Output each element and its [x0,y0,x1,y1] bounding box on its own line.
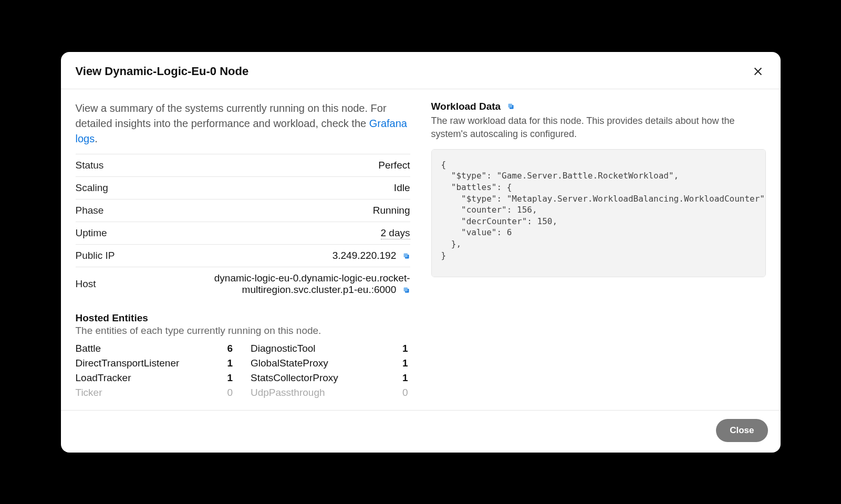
host-label: Host [76,267,123,301]
right-column: Workload Data The raw workload data for … [431,101,766,398]
summary-text: View a summary of the systems currently … [76,101,410,146]
copy-public-ip-button[interactable] [402,252,410,260]
entity-name: DirectTransportListener [76,358,227,369]
close-icon [752,66,764,77]
workload-heading: Workload Data [431,101,766,112]
svg-rect-3 [403,287,408,291]
status-value: Perfect [123,154,410,176]
entity-count: 1 [227,358,235,369]
host-value: dynamic-logic-eu-0.dynamic-logic-eu.rock… [214,272,410,295]
copy-icon [402,286,410,294]
row-public-ip: Public IP 3.249.220.192 [76,244,410,267]
left-column: View a summary of the systems currently … [76,101,410,398]
modal-header: View Dynamic-Logic-Eu-0 Node [61,52,781,89]
entity-name: DiagnosticTool [251,343,402,354]
svg-rect-1 [403,253,408,257]
entity-name: GlobalStateProxy [251,358,402,369]
uptime-value-text[interactable]: 2 days [381,227,410,239]
entity-count: 6 [227,343,235,354]
close-footer-button[interactable]: Close [716,419,767,442]
phase-value: Running [123,199,410,222]
scaling-label: Scaling [76,176,123,199]
entity-count: 1 [402,372,410,384]
svg-rect-5 [508,104,513,108]
copy-workload-button[interactable] [507,102,515,110]
row-phase: Phase Running [76,199,410,222]
host-value-cell: dynamic-logic-eu-0.dynamic-logic-eu.rock… [123,267,410,301]
public-ip-value: 3.249.220.192 [333,250,397,261]
entity-name: StatsCollectorProxy [251,372,402,384]
summary-text-part1: View a summary of the systems currently … [76,102,387,129]
uptime-label: Uptime [76,222,123,244]
entity-count: 1 [402,358,410,369]
entity-name: Ticker [76,387,227,398]
scaling-value: Idle [123,176,410,199]
workload-heading-text: Workload Data [431,101,501,112]
hosted-entities-grid: Battle 6 DiagnosticTool 1 DirectTranspor… [76,343,410,398]
entity-count: 0 [227,387,235,398]
entity-name: LoadTracker [76,372,227,384]
row-scaling: Scaling Idle [76,176,410,199]
workload-code-block: { "$type": "Game.Server.Battle.RocketWor… [431,149,766,277]
summary-text-part2: . [95,133,98,144]
entity-name: UdpPassthrough [251,387,402,398]
row-status: Status Perfect [76,154,410,176]
phase-label: Phase [76,199,123,222]
row-uptime: Uptime 2 days [76,222,410,244]
node-detail-modal: View Dynamic-Logic-Eu-0 Node View a summ… [61,52,781,453]
modal-footer: Close [61,410,781,453]
row-host: Host dynamic-logic-eu-0.dynamic-logic-eu… [76,267,410,301]
entity-count: 1 [227,372,235,384]
entity-name: Battle [76,343,227,354]
copy-icon [402,252,410,260]
copy-icon [507,102,515,110]
public-ip-value-cell: 3.249.220.192 [123,244,410,267]
status-label: Status [76,154,123,176]
hosted-entities-heading: Hosted Entities [76,312,410,324]
uptime-value: 2 days [123,222,410,244]
entity-count: 0 [402,387,410,398]
entity-count: 1 [402,343,410,354]
hosted-entities-subheading: The entities of each type currently runn… [76,325,410,337]
copy-host-button[interactable] [402,286,410,294]
node-info-table: Status Perfect Scaling Idle Phase Runnin… [76,154,410,301]
modal-body: View a summary of the systems currently … [61,89,781,410]
workload-subheading: The raw workload data for this node. Thi… [431,114,766,141]
close-button[interactable] [750,64,766,79]
modal-title: View Dynamic-Logic-Eu-0 Node [76,65,249,78]
public-ip-label: Public IP [76,244,123,267]
